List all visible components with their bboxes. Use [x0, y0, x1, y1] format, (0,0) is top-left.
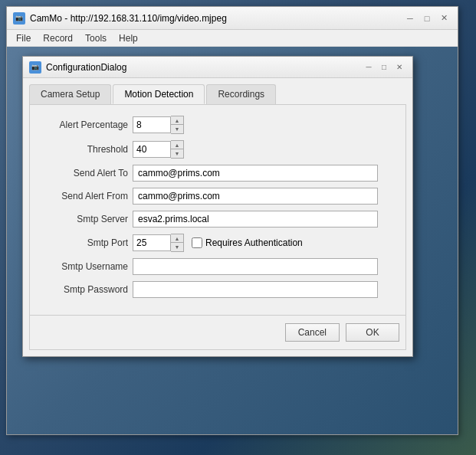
alert-percentage-spinbox: ▲ ▼ [133, 116, 184, 134]
menu-bar: File Record Tools Help [7, 30, 458, 47]
dialog-window: 📷 ConfigurationDialog ─ □ ✕ Camera Setup… [22, 56, 413, 357]
smtp-port-input[interactable] [133, 234, 171, 251]
main-titlebar-controls: ─ □ ✕ [402, 11, 451, 26]
dialog-titlebar-left: 📷 ConfigurationDialog [29, 61, 126, 74]
smtp-password-label: Smtp Password [41, 284, 133, 295]
tab-camera-setup[interactable]: Camera Setup [29, 84, 111, 104]
threshold-spin-up[interactable]: ▲ [171, 141, 183, 149]
menu-file[interactable]: File [10, 31, 37, 45]
requires-auth-row: Requires Authentication [192, 237, 303, 248]
main-minimize-button[interactable]: ─ [402, 11, 418, 26]
threshold-input[interactable] [133, 141, 171, 158]
requires-auth-checkbox[interactable] [192, 237, 202, 248]
smtp-password-row: Smtp Password [41, 281, 395, 298]
smtp-port-spinbox: ▲ ▼ [133, 234, 184, 252]
alert-percentage-spin-up[interactable]: ▲ [171, 116, 183, 125]
alert-percentage-row: Alert Percentage ▲ ▼ [41, 116, 395, 134]
smtp-server-input[interactable] [133, 211, 378, 228]
smtp-port-label: Smtp Port [41, 237, 133, 248]
tab-bar: Camera Setup Motion Detection Recordings [23, 78, 412, 104]
smtp-password-input[interactable] [133, 281, 378, 298]
menu-help[interactable]: Help [113, 31, 144, 45]
tab-content: Alert Percentage ▲ ▼ Threshold [29, 104, 406, 316]
smtp-username-row: Smtp Username [41, 258, 395, 275]
smtp-username-input[interactable] [133, 258, 378, 275]
smtp-port-spin-buttons: ▲ ▼ [171, 234, 184, 252]
smtp-port-row: Smtp Port ▲ ▼ Requires Authentication [41, 234, 395, 252]
smtp-server-row: Smtp Server [41, 211, 395, 228]
dialog-buttons: Cancel OK [29, 316, 406, 350]
alert-percentage-spin-down[interactable]: ▼ [171, 125, 183, 133]
main-title: CamMo - http://192.168.31.110/img/video.… [30, 13, 227, 24]
threshold-spin-buttons: ▲ ▼ [171, 140, 184, 159]
send-alert-from-input[interactable] [133, 188, 378, 205]
dialog-titlebar: 📷 ConfigurationDialog ─ □ ✕ [23, 57, 412, 78]
send-alert-from-label: Send Alert From [41, 191, 133, 201]
main-titlebar-left: 📷 CamMo - http://192.168.31.110/img/vide… [13, 12, 227, 25]
main-content: 📷 ConfigurationDialog ─ □ ✕ Camera Setup… [7, 47, 458, 434]
dialog-titlebar-controls: ─ □ ✕ [362, 61, 406, 74]
dialog-minimize-button[interactable]: ─ [362, 61, 376, 74]
threshold-label: Threshold [41, 144, 133, 155]
threshold-spin-down[interactable]: ▼ [171, 149, 183, 158]
send-alert-to-row: Send Alert To [41, 165, 395, 182]
cancel-button[interactable]: Cancel [285, 323, 340, 342]
ok-button[interactable]: OK [346, 323, 399, 342]
smtp-port-spin-up[interactable]: ▲ [171, 234, 183, 243]
menu-record[interactable]: Record [37, 31, 79, 45]
send-alert-from-row: Send Alert From [41, 188, 395, 205]
main-maximize-button[interactable]: □ [419, 11, 435, 26]
alert-percentage-spin-buttons: ▲ ▼ [171, 116, 184, 134]
main-window: 📷 CamMo - http://192.168.31.110/img/vide… [6, 6, 458, 435]
tab-motion-detection[interactable]: Motion Detection [113, 84, 205, 104]
requires-auth-label: Requires Authentication [205, 237, 303, 248]
main-close-button[interactable]: ✕ [436, 11, 451, 26]
threshold-spinbox: ▲ ▼ [133, 140, 184, 159]
send-alert-to-input[interactable] [133, 165, 378, 182]
dialog-app-icon: 📷 [29, 61, 41, 74]
menu-tools[interactable]: Tools [79, 31, 113, 45]
send-alert-to-label: Send Alert To [41, 168, 133, 178]
dialog-title: ConfigurationDialog [46, 62, 126, 73]
smtp-port-spin-down[interactable]: ▼ [171, 243, 183, 251]
tab-recordings[interactable]: Recordings [206, 84, 276, 104]
dialog-maximize-button[interactable]: □ [377, 61, 391, 74]
threshold-row: Threshold ▲ ▼ [41, 140, 395, 159]
alert-percentage-label: Alert Percentage [41, 119, 133, 130]
dialog-close-button[interactable]: ✕ [392, 61, 406, 74]
alert-percentage-input[interactable] [133, 116, 171, 133]
app-icon: 📷 [13, 12, 25, 25]
main-titlebar: 📷 CamMo - http://192.168.31.110/img/vide… [7, 7, 458, 30]
smtp-server-label: Smtp Server [41, 214, 133, 224]
smtp-username-label: Smtp Username [41, 261, 133, 272]
